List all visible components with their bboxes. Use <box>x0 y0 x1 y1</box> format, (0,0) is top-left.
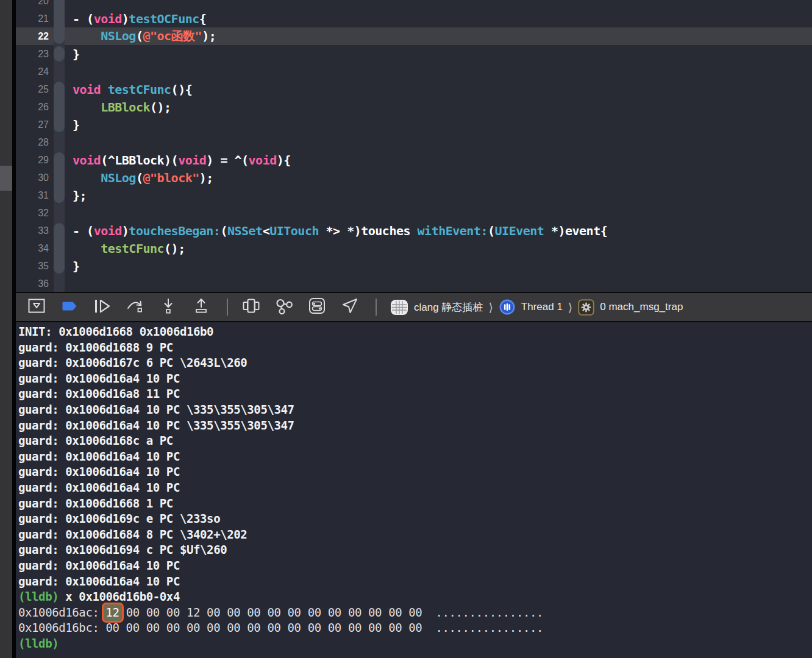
code-line[interactable]: 20 <box>16 0 812 10</box>
focus-ribbon <box>54 0 65 10</box>
line-number-gutter[interactable]: 21 <box>16 13 49 24</box>
line-number-gutter[interactable]: 36 <box>16 278 49 289</box>
step-over-icon <box>126 297 144 317</box>
debug-console[interactable]: INIT: 0x1006d1668 0x1006d16b0guard: 0x10… <box>16 322 812 658</box>
memory-graph-button[interactable] <box>274 297 294 317</box>
step-out-icon <box>192 297 210 317</box>
code-line[interactable]: 24 <box>16 63 812 80</box>
console-line: guard: 0x1006d169c e PC \233so <box>18 511 812 527</box>
console-line: guard: 0x1006d16a4 10 PC <box>18 574 812 590</box>
hide-debug-area-button[interactable] <box>27 297 46 317</box>
step-out-button[interactable] <box>191 297 211 317</box>
line-number-gutter[interactable]: 26 <box>16 102 49 113</box>
console-line: guard: 0x1006d168c a PC <box>18 433 812 449</box>
code-line[interactable]: 23} <box>16 45 812 63</box>
simulate-location-button[interactable] <box>340 297 360 317</box>
console-output: INIT: 0x1006d1668 0x1006d16b0guard: 0x10… <box>18 324 812 651</box>
focus-ribbon <box>54 186 65 204</box>
line-number-gutter[interactable]: 28 <box>16 137 49 148</box>
code-line[interactable]: 31}; <box>16 186 812 204</box>
hide-debug-area-icon <box>27 297 46 317</box>
focus-ribbon <box>54 80 65 98</box>
focus-ribbon <box>54 169 65 186</box>
console-line: (lldb) <box>18 636 812 652</box>
console-line: guard: 0x1006d1688 9 PC <box>18 340 812 356</box>
code-text: - (void)testOCFunc{ <box>73 12 206 26</box>
focus-ribbon <box>54 133 65 151</box>
app-icon <box>390 299 408 316</box>
line-number-gutter[interactable]: 25 <box>16 84 49 95</box>
console-line: guard: 0x1006d16a4 10 PC <box>18 449 812 465</box>
code-line[interactable]: 28 <box>16 133 812 151</box>
code-line[interactable]: 35} <box>16 257 812 275</box>
code-lines: 2021- (void)testOCFunc{22 NSLog(@"oc函数")… <box>16 0 812 292</box>
code-line[interactable]: 22 NSLog(@"oc函数"); <box>16 27 812 45</box>
line-number-gutter[interactable]: 34 <box>16 243 49 254</box>
line-number-gutter[interactable]: 31 <box>16 190 49 201</box>
code-text: NSLog(@"oc函数"); <box>73 28 216 44</box>
line-number-gutter[interactable]: 23 <box>16 49 49 60</box>
code-text: } <box>73 118 80 132</box>
debug-breadcrumb: clang 静态插桩 ⟩ Thread 1 ⟩ <box>390 299 683 316</box>
line-number-gutter[interactable]: 29 <box>16 155 49 166</box>
code-text: void testCFunc(){ <box>73 82 192 97</box>
code-text: NSLog(@"block"); <box>73 171 213 185</box>
continue-execution-button[interactable] <box>93 297 112 317</box>
focus-ribbon <box>54 98 65 116</box>
chevron-right-icon: ⟩ <box>568 300 572 314</box>
xcode-window: 2021- (void)testOCFunc{22 NSLog(@"oc函数")… <box>0 0 812 658</box>
code-text: void(^LBBlock)(void) = ^(void){ <box>73 153 291 168</box>
line-number-gutter[interactable]: 35 <box>16 261 49 272</box>
view-ui-hierarchy-button[interactable] <box>241 297 261 317</box>
source-editor[interactable]: 2021- (void)testOCFunc{22 NSLog(@"oc函数")… <box>16 0 812 292</box>
continue-execution-icon <box>93 298 112 317</box>
console-line: 0x1006d16ac: 12 00 00 00 12 00 00 00 00 … <box>18 605 812 621</box>
code-line[interactable]: 25void testCFunc(){ <box>16 80 812 98</box>
console-line: (lldb) x 0x1006d16b0-0x4 <box>18 589 812 605</box>
breadcrumb-thread-label[interactable]: Thread 1 <box>521 301 563 313</box>
line-number-gutter[interactable]: 33 <box>16 225 49 236</box>
editor-and-debug-area: 2021- (void)testOCFunc{22 NSLog(@"oc函数")… <box>16 0 812 658</box>
console-line: 0x1006d16bc: 00 00 00 00 00 00 00 00 00 … <box>18 620 812 636</box>
line-number-gutter[interactable]: 32 <box>16 208 49 219</box>
breakpoints-toggle-button[interactable] <box>60 297 79 317</box>
navigator-edge-strip <box>0 0 12 658</box>
console-line: guard: 0x1006d16a4 10 PC <box>18 371 812 387</box>
focus-ribbon <box>54 151 65 169</box>
console-line: guard: 0x1006d16a4 10 PC <box>18 464 812 480</box>
focus-ribbon <box>54 63 65 80</box>
lldb-prompt: (lldb) <box>18 590 59 603</box>
code-line[interactable]: 33- (void)touchesBegan:(NSSet<UITouch *>… <box>16 222 812 239</box>
code-line[interactable]: 26 LBBlock(); <box>16 98 812 116</box>
breadcrumb-app-label[interactable]: clang 静态插桩 <box>414 300 483 314</box>
code-line[interactable]: 21- (void)testOCFunc{ <box>16 10 812 27</box>
step-into-icon <box>159 297 177 317</box>
line-number-gutter[interactable]: 27 <box>16 119 49 130</box>
breadcrumb-frame-label[interactable]: 0 mach_msg_trap <box>600 301 683 313</box>
line-number-gutter[interactable]: 30 <box>16 172 49 183</box>
debug-toolbar: clang 静态插桩 ⟩ Thread 1 ⟩ <box>16 292 812 322</box>
breakpoints-toggle-icon <box>60 299 79 316</box>
console-line: guard: 0x1006d16a4 10 PC \335\355\305\34… <box>18 402 812 418</box>
code-line[interactable]: 34 testCFunc(); <box>16 239 812 257</box>
code-line[interactable]: 29void(^LBBlock)(void) = ^(void){ <box>16 151 812 169</box>
line-number-gutter[interactable]: 20 <box>16 0 49 7</box>
code-line[interactable]: 27} <box>16 116 812 133</box>
focus-ribbon <box>54 45 65 63</box>
focus-ribbon <box>54 275 65 292</box>
code-text: testCFunc(); <box>73 241 185 256</box>
step-over-button[interactable] <box>126 297 145 317</box>
line-number-gutter[interactable]: 22 <box>16 31 49 42</box>
step-into-button[interactable] <box>158 297 178 317</box>
console-line: guard: 0x1006d16a4 10 PC <box>18 480 812 496</box>
chevron-right-icon: ⟩ <box>488 300 493 314</box>
scrollbar-thumb[interactable] <box>0 166 12 191</box>
environment-overrides-button[interactable] <box>307 297 327 317</box>
focus-ribbon <box>54 27 65 45</box>
code-line[interactable]: 30 NSLog(@"block"); <box>16 169 812 186</box>
code-line[interactable]: 32 <box>16 204 812 222</box>
line-number-gutter[interactable]: 24 <box>16 66 49 77</box>
code-line[interactable]: 36 <box>16 275 812 292</box>
toolbar-separator <box>376 299 377 316</box>
lldb-prompt: (lldb) <box>18 637 59 650</box>
